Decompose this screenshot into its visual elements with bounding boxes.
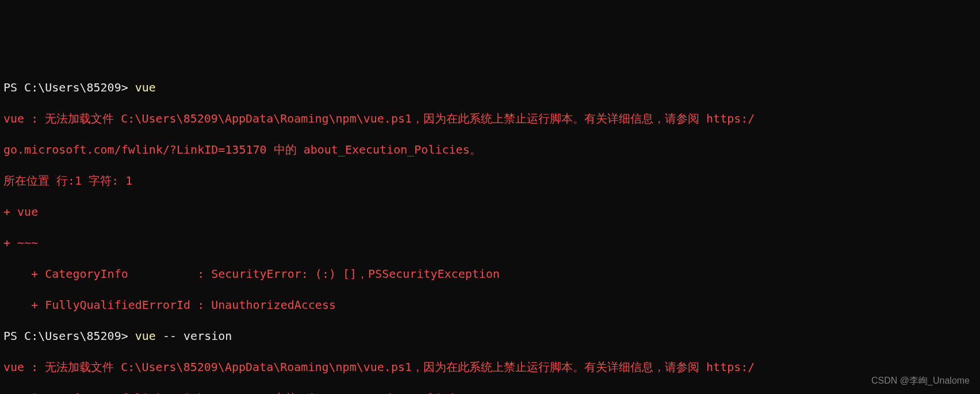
watermark: CSDN @李峋_Unalome: [871, 374, 970, 387]
error-line: go.microsoft.com/fwlink/?LinkID=135170 中…: [3, 142, 977, 158]
command-arg: -- version: [156, 329, 232, 343]
error-line: + ~~~: [3, 235, 977, 251]
prompt: PS C:\Users\85209>: [3, 81, 135, 94]
terminal-output[interactable]: PS C:\Users\85209> vue vue : 无法加载文件 C:\U…: [3, 64, 977, 394]
error-line: 所在位置 行:1 字符: 1: [3, 173, 977, 189]
error-line: + FullyQualifiedErrorId : UnauthorizedAc…: [3, 297, 977, 313]
error-line: + vue: [3, 204, 977, 220]
error-line: vue : 无法加载文件 C:\Users\85209\AppData\Roam…: [3, 359, 977, 375]
error-line: go.microsoft.com/fwlink/?LinkID=135170 中…: [3, 391, 977, 394]
command-vue: vue: [135, 81, 156, 94]
error-line: + CategoryInfo : SecurityError: (:) []，P…: [3, 266, 977, 282]
error-line: vue : 无法加载文件 C:\Users\85209\AppData\Roam…: [3, 111, 977, 127]
command-vue: vue: [135, 329, 156, 343]
prompt: PS C:\Users\85209>: [3, 329, 135, 343]
